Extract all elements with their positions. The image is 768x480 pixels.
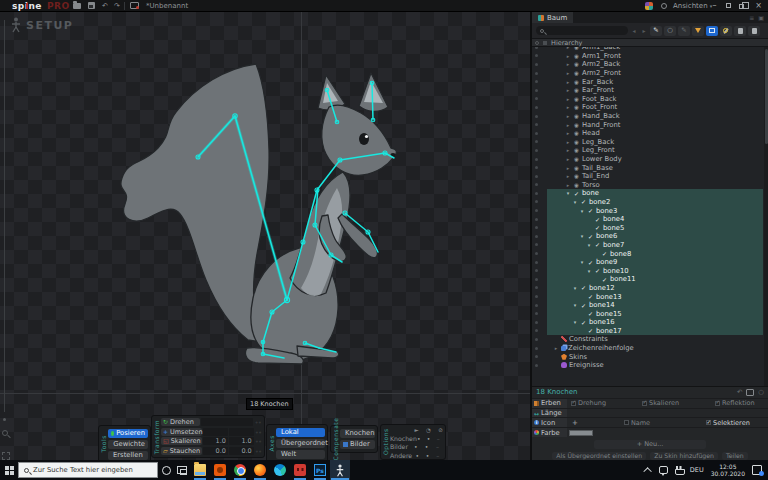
visibility-dot[interactable] bbox=[535, 192, 538, 195]
action-button-zu-skin-hinzufügen[interactable]: Zu Skin hinzufügen bbox=[650, 452, 718, 461]
tree-section-row[interactable]: Ereignisse bbox=[532, 361, 768, 370]
inherit-checkbox-skalieren[interactable]: Skalieren bbox=[642, 399, 679, 407]
checkbox-box[interactable] bbox=[642, 401, 647, 406]
expand-arrow-icon[interactable]: ▸ bbox=[565, 130, 571, 136]
tree-row[interactable]: ▸◉Ear_Back bbox=[532, 77, 768, 86]
value-field[interactable] bbox=[201, 418, 253, 426]
visibility-dot[interactable] bbox=[535, 209, 538, 212]
expand-arrow-icon[interactable]: ▾ bbox=[579, 259, 585, 265]
length-value-field[interactable] bbox=[567, 409, 768, 418]
tree-row[interactable]: ✓bone8 bbox=[532, 249, 768, 258]
value-field[interactable]: 0.0 bbox=[203, 447, 228, 455]
visibility-dot[interactable] bbox=[535, 235, 538, 238]
tree-row[interactable]: ▸◉Arm1_Front bbox=[532, 52, 768, 61]
visibility-dot[interactable] bbox=[535, 106, 538, 109]
visibility-dot[interactable] bbox=[535, 166, 538, 169]
visibility-dot[interactable] bbox=[535, 261, 538, 264]
expand-arrow-icon[interactable]: ▸ bbox=[565, 79, 571, 85]
ghost-toggle[interactable]: • bbox=[422, 452, 432, 459]
value-field[interactable]: 1.0 bbox=[203, 437, 228, 445]
fit-view-icon[interactable] bbox=[2, 452, 10, 460]
inherit-checkbox-drehung[interactable]: Drehung bbox=[571, 399, 606, 407]
tree-row[interactable]: ▾✓bone16 bbox=[532, 318, 768, 327]
selectable-toggle[interactable]: • bbox=[410, 443, 421, 450]
pen-button[interactable]: ✎ bbox=[678, 26, 690, 36]
find-prev-icon[interactable]: ◂ bbox=[630, 27, 638, 34]
visibility-dot[interactable] bbox=[535, 158, 538, 161]
tree-row[interactable]: ▾✓bone14 bbox=[532, 301, 768, 310]
link-icon[interactable]: ∘∘ bbox=[254, 419, 262, 425]
tree-row[interactable]: ▸◉Hand_Back bbox=[532, 112, 768, 121]
tree-row[interactable]: ▸◉Foot_Back bbox=[532, 95, 768, 104]
name-checkbox-box[interactable] bbox=[624, 420, 629, 425]
action-button-als-übergeordnet-einstellen[interactable]: Als Übergeordnet einstellen bbox=[552, 452, 646, 461]
visibility-dot[interactable] bbox=[535, 80, 538, 83]
filter-button[interactable] bbox=[692, 26, 704, 36]
value-field[interactable] bbox=[229, 428, 254, 436]
undo-icon[interactable]: ↶ bbox=[100, 2, 110, 10]
tree-row[interactable]: ▾✓bone3 bbox=[532, 206, 768, 215]
tree-row[interactable]: ✓bone5 bbox=[532, 223, 768, 232]
zoom-slider[interactable] bbox=[4, 20, 5, 412]
panel-detach-icon[interactable]: ▣ bbox=[758, 14, 764, 21]
visibility-dot[interactable] bbox=[535, 355, 538, 358]
expand-arrow-icon[interactable]: ▸ bbox=[565, 96, 571, 102]
taskbar-search-input[interactable]: Zur Suche Text hier eingeben bbox=[18, 462, 158, 478]
visibility-dot[interactable] bbox=[535, 149, 538, 152]
visibility-dot[interactable] bbox=[535, 47, 538, 49]
tree-row[interactable]: ▸◉Tail_End bbox=[532, 172, 768, 181]
tree-row[interactable]: ▾✓bone bbox=[532, 189, 768, 198]
visibility-dot[interactable] bbox=[535, 286, 538, 289]
tree-row[interactable]: ▸◉Lower Body bbox=[532, 155, 768, 164]
search-input[interactable] bbox=[536, 26, 628, 35]
notification-center-icon[interactable] bbox=[752, 465, 762, 475]
tree-row[interactable]: ▸◉Leg_Back bbox=[532, 138, 768, 147]
tab-baum[interactable]: Baum bbox=[532, 12, 573, 23]
transform-scale-button[interactable]: ◱Skalieren bbox=[161, 437, 202, 445]
lasso-button[interactable]: ○ bbox=[664, 26, 676, 36]
chat-icon[interactable] bbox=[659, 466, 668, 474]
value-field[interactable]: 0.0 bbox=[229, 447, 254, 455]
crosshair-icon[interactable]: + bbox=[572, 419, 578, 427]
taskbar-app-edge[interactable] bbox=[270, 460, 290, 480]
tree-row[interactable]: ▸◉Tail_Base bbox=[532, 163, 768, 172]
checkbox-box[interactable] bbox=[715, 401, 720, 406]
ghost-toggle[interactable]: • bbox=[421, 443, 432, 450]
mode-label[interactable]: SETUP bbox=[26, 19, 73, 32]
selectable-toggle[interactable]: • bbox=[414, 435, 424, 442]
tree-scrollbar[interactable] bbox=[764, 47, 768, 386]
color-swatch[interactable] bbox=[569, 430, 593, 436]
transform-translate-button[interactable]: +Umsetzen bbox=[161, 428, 202, 436]
tree-row[interactable]: ▾✓bone6 bbox=[532, 232, 768, 241]
hidden-toggle[interactable]: – bbox=[433, 435, 443, 442]
visibility-dot[interactable] bbox=[535, 321, 538, 324]
taskbar-app-file-explorer[interactable] bbox=[190, 460, 210, 480]
tree-section-row[interactable]: Constraints bbox=[532, 335, 768, 344]
tree-row[interactable]: ✓bone17 bbox=[532, 327, 768, 336]
taskbar-app-red-app[interactable] bbox=[290, 460, 310, 480]
tree-scrollbar-thumb[interactable] bbox=[765, 49, 768, 144]
visibility-dot[interactable] bbox=[535, 218, 538, 221]
expand-arrow-icon[interactable]: ▾ bbox=[565, 190, 571, 196]
visibility-dot[interactable] bbox=[535, 338, 538, 341]
inherit-checkbox-reflektion[interactable]: Reflektion bbox=[715, 399, 755, 407]
taskbar-app-photoshop[interactable]: Ps bbox=[310, 460, 330, 480]
expand-arrow-icon[interactable]: ▾ bbox=[586, 268, 592, 274]
visibility-dot[interactable] bbox=[535, 329, 538, 332]
visibility-dot[interactable] bbox=[535, 63, 538, 66]
expand-arrow-icon[interactable]: ▾ bbox=[572, 319, 578, 325]
visibility-dot[interactable] bbox=[535, 304, 538, 307]
link-icon[interactable]: ∘∘ bbox=[255, 429, 262, 435]
taskbar-clock[interactable]: 12:05 30.07.2020 bbox=[711, 463, 745, 477]
expand-arrow-icon[interactable]: ▸ bbox=[565, 139, 571, 145]
new-page-button[interactable] bbox=[734, 26, 746, 36]
tree-row[interactable]: ▸◉Ear_Front bbox=[532, 86, 768, 95]
tree-row[interactable]: ▸◉Foot_Front bbox=[532, 103, 768, 112]
tool-erstellen[interactable]: Erstellen bbox=[108, 451, 148, 461]
visibility-dot[interactable] bbox=[535, 278, 538, 281]
transform-rotate-button[interactable]: ↻Drehen bbox=[161, 418, 200, 426]
name-checkbox[interactable]: Name bbox=[624, 419, 650, 427]
expand-arrow-icon[interactable]: ▾ bbox=[572, 199, 578, 205]
help-icon[interactable]: ○ bbox=[758, 388, 764, 396]
views-menu[interactable]: Ansichten ▾ bbox=[673, 2, 712, 10]
